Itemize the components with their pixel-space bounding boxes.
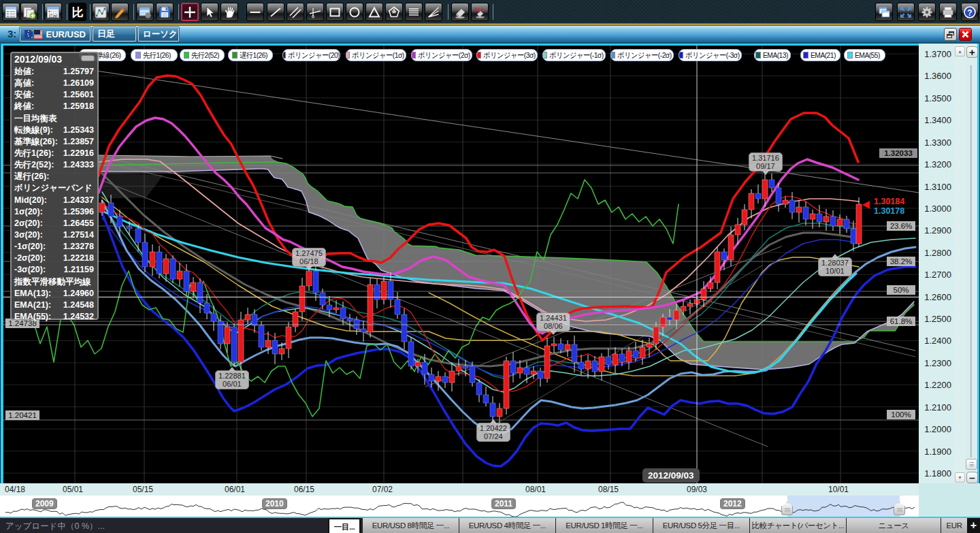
svg-text:?: ? xyxy=(967,7,972,17)
svg-text:比: 比 xyxy=(72,6,84,19)
svg-text:Cal: Cal xyxy=(49,12,57,18)
